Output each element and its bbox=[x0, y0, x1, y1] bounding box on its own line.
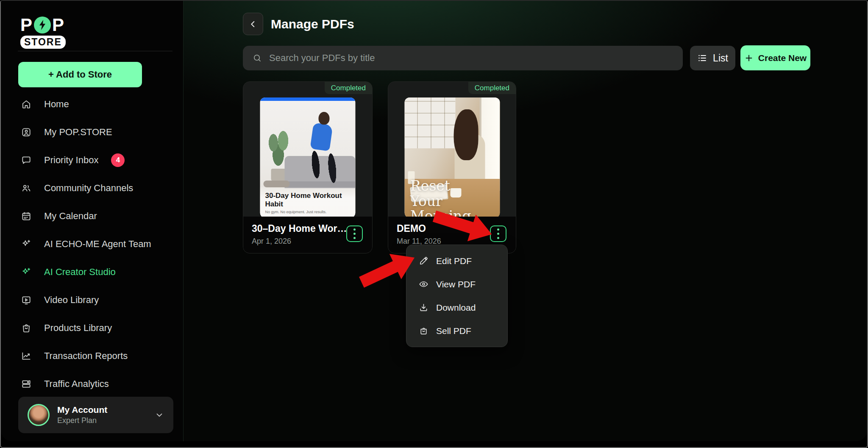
sparkle-icon bbox=[20, 266, 32, 278]
pdf-title: DEMO bbox=[397, 223, 492, 234]
thumbnail-blue-bar bbox=[260, 97, 356, 101]
sidebar-item-priority-inbox[interactable]: Priority Inbox 4 bbox=[1, 146, 183, 174]
avatar bbox=[28, 404, 50, 426]
menu-item-download[interactable]: Download bbox=[406, 296, 507, 319]
plant-pot-decor bbox=[271, 169, 287, 181]
sparkle-icon bbox=[20, 238, 32, 250]
search-icon bbox=[252, 53, 262, 63]
chevron-down-icon bbox=[155, 410, 164, 420]
sell-bag-icon bbox=[419, 326, 428, 336]
pdf-thumbnail[interactable]: Reset Your Morning bbox=[404, 97, 500, 218]
logo-letter-p1: P bbox=[20, 16, 33, 34]
search-bar bbox=[243, 46, 683, 70]
search-input[interactable] bbox=[269, 53, 673, 64]
page-title: Manage PDFs bbox=[271, 17, 354, 31]
card-menu-button[interactable] bbox=[346, 225, 363, 242]
yoga-mat-decor bbox=[264, 181, 290, 187]
person-hair-decor bbox=[453, 109, 478, 160]
status-badge: Completed bbox=[325, 82, 372, 94]
pdf-thumbnail[interactable]: 30-Day Home Workout Habit No gym. No equ… bbox=[260, 97, 356, 218]
eye-icon bbox=[419, 279, 428, 289]
plus-icon bbox=[744, 53, 754, 63]
add-to-store-label: + Add to Store bbox=[48, 69, 112, 80]
menu-item-edit-pdf[interactable]: Edit PDF bbox=[406, 249, 507, 273]
sidebar-item-label: My POP.STORE bbox=[44, 127, 112, 138]
chat-bubble-icon bbox=[20, 154, 32, 166]
video-monitor-icon bbox=[20, 294, 32, 306]
app-root: P P STORE + Add to Store bbox=[1, 1, 867, 441]
my-account-card[interactable]: My Account Expert Plan bbox=[18, 397, 173, 433]
profile-card-icon bbox=[20, 126, 32, 138]
pdf-card-demo[interactable]: Completed Reset Your Morning DEMO Mar 11… bbox=[388, 81, 516, 253]
sidebar-item-traffic-analytics[interactable]: Traffic Analytics bbox=[1, 370, 183, 398]
sidebar-item-label: Home bbox=[44, 99, 69, 110]
status-badge: Completed bbox=[468, 82, 516, 94]
sidebar-item-ai-creator-studio[interactable]: AI Creator Studio bbox=[1, 258, 183, 286]
sidebar-divider bbox=[18, 51, 172, 51]
thumbnail-subheading: No gym. No equipment. Just results. bbox=[265, 210, 351, 214]
menu-item-label: Download bbox=[436, 303, 476, 313]
sidebar-item-ai-echo-me[interactable]: AI ECHO-ME Agent Team bbox=[1, 230, 183, 258]
pdf-card-workout[interactable]: Completed 30-Day Home Workout Habit No g… bbox=[243, 81, 373, 253]
list-label: List bbox=[713, 53, 728, 64]
sidebar: P P STORE + Add to Store bbox=[1, 1, 184, 441]
sidebar-item-label: Priority Inbox bbox=[44, 155, 98, 166]
person-legs-decor bbox=[304, 145, 345, 189]
card-footer: 30–Day Home Wor… Apr 1, 2026 bbox=[243, 217, 372, 253]
account-plan: Expert Plan bbox=[57, 416, 147, 425]
analytics-panels-icon bbox=[20, 378, 32, 390]
pdf-title: 30–Day Home Wor… bbox=[252, 223, 347, 234]
people-icon bbox=[20, 182, 32, 194]
logo-wordmark: P P bbox=[20, 16, 66, 34]
sidebar-item-label: Community Channels bbox=[44, 183, 133, 194]
person-torso-decor bbox=[310, 122, 333, 151]
card-menu-button[interactable] bbox=[490, 225, 506, 242]
logo-letter-p2: P bbox=[52, 16, 64, 34]
list-icon bbox=[697, 53, 707, 63]
sidebar-item-label: Products Library bbox=[44, 323, 112, 334]
sidebar-item-label: AI Creator Studio bbox=[44, 267, 116, 278]
shopping-bag-icon bbox=[20, 322, 32, 334]
menu-item-label: Edit PDF bbox=[436, 256, 472, 266]
account-name: My Account bbox=[57, 405, 147, 415]
sidebar-item-label: Video Library bbox=[44, 295, 99, 306]
browser-window: P P STORE + Add to Store bbox=[0, 0, 868, 448]
sidebar-item-home[interactable]: Home bbox=[1, 90, 183, 118]
sidebar-item-my-popstore[interactable]: My POP.STORE bbox=[1, 118, 183, 146]
sidebar-item-video-library[interactable]: Video Library bbox=[1, 286, 183, 314]
list-view-button[interactable]: List bbox=[690, 46, 735, 70]
sidebar-item-label: My Calendar bbox=[44, 211, 97, 222]
menu-item-label: Sell PDF bbox=[436, 326, 471, 336]
create-new-button[interactable]: Create New bbox=[740, 45, 810, 70]
sidebar-item-products-library[interactable]: Products Library bbox=[1, 314, 183, 342]
pop-store-logo: P P STORE bbox=[20, 16, 66, 49]
main-content: Manage PDFs List Create New bbox=[184, 1, 867, 441]
menu-item-label: View PDF bbox=[436, 279, 476, 289]
account-text: My Account Expert Plan bbox=[57, 405, 147, 425]
thumbnail-heading: Reset Your Morning bbox=[410, 178, 482, 218]
kitchen-tiles-decor bbox=[404, 97, 455, 148]
add-to-store-button[interactable]: + Add to Store bbox=[18, 62, 142, 87]
line-chart-icon bbox=[20, 350, 32, 362]
menu-item-sell-pdf[interactable]: Sell PDF bbox=[406, 319, 507, 342]
calendar-icon bbox=[20, 210, 32, 222]
pencil-icon bbox=[419, 256, 428, 266]
sidebar-item-community-channels[interactable]: Community Channels bbox=[1, 174, 183, 202]
create-new-label: Create New bbox=[758, 53, 807, 63]
sidebar-item-transaction-reports[interactable]: Transaction Reports bbox=[1, 342, 183, 370]
logo-store-text: STORE bbox=[24, 36, 62, 47]
menu-item-view-pdf[interactable]: View PDF bbox=[406, 273, 507, 296]
download-icon bbox=[419, 303, 428, 312]
chevron-left-icon bbox=[248, 19, 258, 29]
logo-store-pill: STORE bbox=[20, 36, 66, 49]
priority-inbox-count-badge: 4 bbox=[111, 153, 125, 167]
thumbnail-heading: 30-Day Home Workout Habit bbox=[265, 192, 351, 208]
sidebar-item-label: AI ECHO-ME Agent Team bbox=[44, 239, 151, 250]
thumbnail-caption: 30-Day Home Workout Habit No gym. No equ… bbox=[260, 187, 356, 218]
sidebar-item-my-calendar[interactable]: My Calendar bbox=[1, 202, 183, 230]
sidebar-item-label: Traffic Analytics bbox=[44, 378, 109, 390]
sidebar-nav: Home My POP.STORE Priority Inbox 4 bbox=[1, 90, 183, 398]
back-button[interactable] bbox=[243, 13, 263, 35]
person-head-decor bbox=[319, 112, 330, 125]
pdf-context-menu: Edit PDF View PDF Download bbox=[406, 245, 508, 347]
